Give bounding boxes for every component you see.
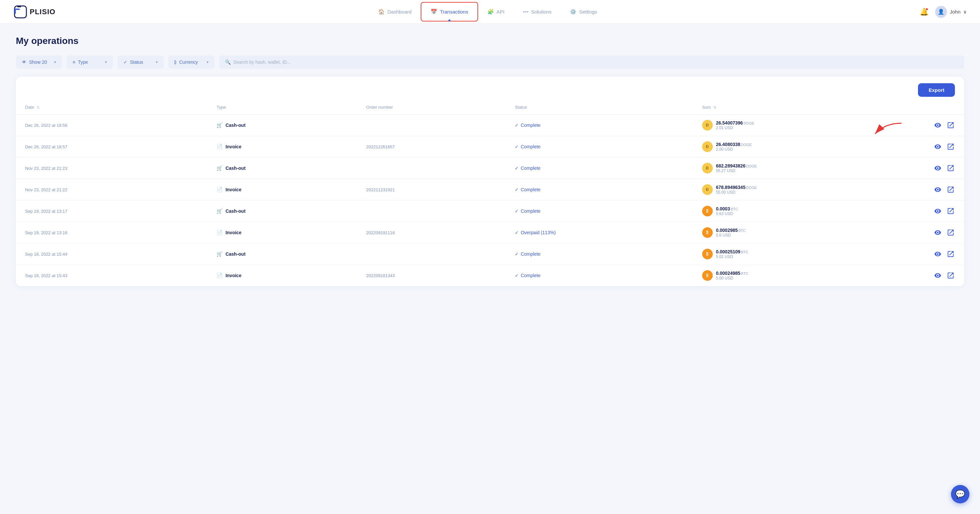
row-date: Sep 18, 2022 at 15:43 <box>16 265 207 286</box>
check-icon: ✓ <box>515 208 519 214</box>
row-actions <box>924 136 964 158</box>
row-status: ✓ Complete <box>506 201 693 222</box>
view-button[interactable] <box>933 251 942 258</box>
type-filter[interactable]: ≡ Type ▾ <box>67 56 113 69</box>
view-button[interactable] <box>933 121 942 129</box>
coin-icon: Ð <box>702 141 713 152</box>
coin-icon: ₿ <box>702 227 713 238</box>
view-button[interactable] <box>933 208 942 215</box>
table-row: Sep 19, 2022 at 13:16 📄 Invoice 20220919… <box>16 222 964 243</box>
logo-icon <box>13 5 28 19</box>
row-status: ✓ Complete <box>506 179 693 201</box>
check-icon: ✓ <box>515 144 519 149</box>
calendar-icon: 📅 <box>431 9 437 15</box>
check-icon: ✓ <box>515 230 519 235</box>
view-button[interactable] <box>933 143 942 150</box>
nav-transactions[interactable]: 📅 Transactions <box>421 2 478 21</box>
dots-icon: ••• <box>523 9 528 15</box>
open-button[interactable] <box>947 185 955 194</box>
external-link-icon <box>948 165 954 171</box>
usd-amount: 5.00 USD <box>716 276 748 281</box>
invoice-icon: 📄 <box>216 230 223 236</box>
row-status: ✓ Overpaid (113%) <box>506 222 693 243</box>
open-button[interactable] <box>947 250 955 258</box>
row-sum: Ð 682.28943826DOGE 55.27 USD <box>693 158 924 179</box>
row-date: Sep 19, 2022 at 13:17 <box>16 201 207 222</box>
notification-badge <box>925 8 929 11</box>
type-label: Cash-out <box>225 123 245 128</box>
col-status: Status <box>506 100 693 115</box>
cart-icon: 🛒 <box>216 208 223 214</box>
open-button[interactable] <box>947 121 955 129</box>
view-button[interactable] <box>933 164 942 172</box>
row-sum: Ð 678.89496345DOGE 55.00 USD <box>693 179 924 201</box>
nav-solutions[interactable]: ••• Solutions <box>514 2 561 22</box>
nav-dashboard[interactable]: 🏠 Dashboard <box>369 1 421 22</box>
external-link-icon <box>948 144 954 150</box>
export-button[interactable]: Export <box>918 83 955 97</box>
open-button[interactable] <box>947 164 955 172</box>
chat-button[interactable]: 💬 <box>951 485 969 503</box>
status-text: Complete <box>521 166 541 171</box>
logo[interactable]: PLISIO <box>13 5 56 19</box>
sum-values: 26.54007396DOGE 2.01 USD <box>716 120 754 130</box>
table-header-row: Export <box>16 77 964 100</box>
main-content: My operations 👁 Show 20 ▾ ≡ Type ▾ ✓ Sta… <box>0 24 980 298</box>
row-date: Nov 23, 2022 at 21:22 <box>16 179 207 201</box>
invoice-icon: 📄 <box>216 144 223 150</box>
check-icon: ✓ <box>515 123 519 128</box>
status-text: Overpaid (113%) <box>521 230 556 235</box>
home-icon: 🏠 <box>378 9 385 15</box>
row-actions <box>924 201 964 222</box>
usd-amount: 2.01 USD <box>716 126 754 130</box>
notification-bell-button[interactable]: 🔔 <box>920 8 929 16</box>
view-button[interactable] <box>933 229 942 236</box>
row-order <box>357 158 506 179</box>
open-button[interactable] <box>947 207 955 215</box>
table-row: Dec 26, 2022 at 18:57 📄 Invoice 20221226… <box>16 136 964 158</box>
sort-icon[interactable]: ⇅ <box>713 105 716 110</box>
col-order: Order number <box>357 100 506 115</box>
svg-rect-4 <box>14 9 16 14</box>
show-filter[interactable]: 👁 Show 20 ▾ <box>16 56 62 69</box>
row-type: 📄 Invoice <box>207 265 357 286</box>
table-row: Sep 19, 2022 at 13:17 🛒 Cash-out ✓ Compl… <box>16 201 964 222</box>
row-order <box>357 115 506 136</box>
external-link-icon <box>948 187 954 193</box>
nav-api[interactable]: 🧩 API <box>478 1 514 22</box>
transactions-table-card: Export Date ⇅ Type Order number Status S… <box>16 77 964 286</box>
check-icon: ✓ <box>515 187 519 192</box>
view-button[interactable] <box>933 186 942 193</box>
row-actions <box>924 265 964 286</box>
nav-settings[interactable]: ⚙️ Settings <box>561 1 606 22</box>
chevron-down-icon: ▾ <box>207 60 208 64</box>
status-filter[interactable]: ✓ Status ▾ <box>118 56 164 69</box>
row-sum: Ð 26.4080338DOGE 2.00 USD <box>693 136 924 158</box>
svg-rect-0 <box>14 6 26 18</box>
invoice-icon: 📄 <box>216 273 223 278</box>
open-button[interactable] <box>947 271 955 280</box>
cart-icon: 🛒 <box>216 122 223 128</box>
search-input[interactable] <box>233 59 958 65</box>
status-text: Complete <box>521 123 541 128</box>
view-button[interactable] <box>933 272 942 279</box>
gear-icon: ⚙️ <box>570 9 576 15</box>
row-sum: ₿ 0.0002985BTC 5.6 USD <box>693 222 924 243</box>
avatar: 👤 <box>935 6 947 18</box>
crypto-amount: 0.00024985BTC <box>716 271 748 276</box>
open-button[interactable] <box>947 228 955 237</box>
currency-filter[interactable]: ₿ Currency ▾ <box>168 56 215 69</box>
coin-icon: ₿ <box>702 249 713 259</box>
search-bar[interactable]: 🔍 <box>219 56 964 69</box>
open-button[interactable] <box>947 142 955 151</box>
filters-bar: 👁 Show 20 ▾ ≡ Type ▾ ✓ Status ▾ ₿ Curren… <box>16 56 964 69</box>
external-link-icon <box>948 208 954 214</box>
table-row: Sep 18, 2022 at 15:44 🛒 Cash-out ✓ Compl… <box>16 243 964 265</box>
sort-icon[interactable]: ⇅ <box>37 105 40 110</box>
row-type: 🛒 Cash-out <box>207 158 357 179</box>
type-label: Cash-out <box>225 208 245 214</box>
row-order: 202209191116 <box>357 222 506 243</box>
coin-icon: Ð <box>702 163 713 173</box>
user-menu-button[interactable]: 👤 John ∨ <box>935 6 967 18</box>
search-icon: 🔍 <box>225 59 231 65</box>
